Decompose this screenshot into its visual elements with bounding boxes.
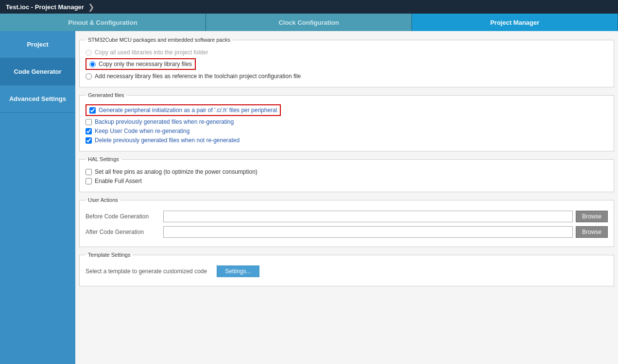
after-code-gen-browse-button[interactable]: Browse: [576, 226, 608, 238]
sidebar-item-project[interactable]: Project: [0, 31, 75, 58]
hal-settings-section: HAL Settings Set all free pins as analog…: [79, 156, 614, 192]
main-layout: Project Code Generator Advanced Settings…: [0, 31, 618, 364]
sidebar-item-advanced-settings[interactable]: Advanced Settings: [0, 85, 75, 113]
before-code-gen-label: Before Code Generation: [86, 213, 163, 220]
user-actions-title: User Actions: [86, 197, 120, 203]
content-area: STM32Cube MCU packages and embedded soft…: [75, 31, 618, 364]
sidebar-item-code-generator[interactable]: Code Generator: [0, 58, 75, 85]
template-settings-button[interactable]: Settings...: [217, 265, 259, 277]
radio-add-reference[interactable]: Add necessary library files as reference…: [86, 73, 608, 80]
tab-project-manager[interactable]: Project Manager: [412, 14, 618, 31]
tab-pinout[interactable]: Pinout & Configuration: [0, 14, 206, 31]
tab-bar: Pinout & Configuration Clock Configurati…: [0, 14, 618, 31]
user-actions-section: User Actions Before Code Generation Brow…: [79, 197, 614, 247]
generated-files-title: Generated files: [86, 92, 127, 98]
template-row: Select a template to generate customized…: [86, 265, 608, 277]
checkbox-free-pins-analog[interactable]: Set all free pins as analog (to optimize…: [86, 168, 608, 175]
checkbox-keep-user-code[interactable]: Keep User Code when re-generating: [86, 128, 608, 134]
sidebar: Project Code Generator Advanced Settings: [0, 31, 75, 364]
after-code-gen-row: After Code Generation Browse: [86, 226, 608, 238]
checkbox-gen-peripheral[interactable]: Generate peripheral initialization as a …: [86, 104, 608, 116]
highlighted-radio-copy-necessary: Copy only the necessary library files: [86, 58, 196, 70]
template-settings-title: Template Settings: [86, 252, 133, 258]
checkbox-enable-full-assert[interactable]: Enable Full Assert: [86, 178, 608, 184]
before-code-gen-input[interactable]: [163, 211, 573, 222]
after-code-gen-input[interactable]: [163, 226, 573, 238]
highlighted-checkbox-gen-peripheral: Generate peripheral initialization as a …: [86, 104, 281, 116]
checkbox-delete-prev[interactable]: Delete previously generated files when n…: [86, 137, 608, 144]
app-title: Test.ioc - Project Manager: [6, 3, 84, 11]
before-code-gen-row: Before Code Generation Browse: [86, 211, 608, 222]
generated-files-section: Generated files Generate peripheral init…: [79, 92, 614, 151]
hal-settings-title: HAL Settings: [86, 156, 121, 162]
sidebar-spacer: [0, 113, 75, 364]
stm32cube-section: STM32Cube MCU packages and embedded soft…: [79, 37, 614, 87]
stm32cube-title: STM32Cube MCU packages and embedded soft…: [86, 37, 233, 43]
checkbox-backup[interactable]: Backup previously generated files when r…: [86, 118, 608, 125]
title-bar-arrow: ❯: [88, 2, 94, 12]
tab-clock[interactable]: Clock Configuration: [206, 14, 412, 31]
before-code-gen-browse-button[interactable]: Browse: [576, 211, 608, 222]
radio-copy-necessary[interactable]: Copy only the necessary library files: [86, 58, 608, 70]
template-settings-section: Template Settings Select a template to g…: [79, 252, 614, 286]
after-code-gen-label: After Code Generation: [86, 229, 163, 235]
radio-copy-all[interactable]: Copy all used libraries into the project…: [86, 49, 608, 56]
title-bar: Test.ioc - Project Manager ❯: [0, 0, 618, 14]
template-label: Select a template to generate customized…: [86, 268, 207, 275]
